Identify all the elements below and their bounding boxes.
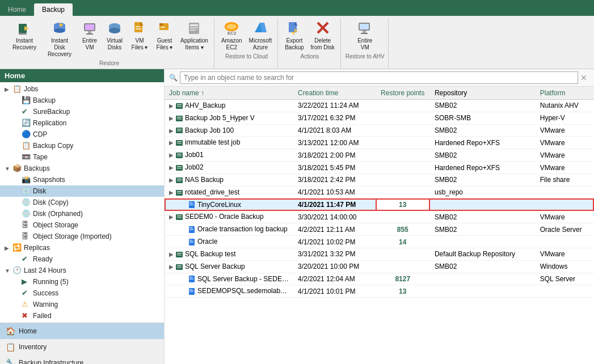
delete-from-disk-label: Deletefrom Disk xyxy=(311,37,335,51)
inventory-nav-icon: 📋 xyxy=(6,342,15,352)
sidebar-item-running[interactable]: ▶ Running (5) xyxy=(0,276,164,287)
svg-rect-75 xyxy=(189,240,192,240)
table-row[interactable]: ▶Backup Job 5_Hyper V3/17/2021 6:32 PMSO… xyxy=(165,112,594,124)
table-row[interactable]: ▶SEDEM0 - Oracle Backup3/30/2021 14:00:0… xyxy=(165,211,594,223)
col-header-platform[interactable]: Platform xyxy=(536,87,594,100)
table-row[interactable]: SQL Server Backup - SEDEMOPSQL.sede...4/… xyxy=(165,273,594,285)
svg-rect-24 xyxy=(190,29,196,31)
table-cell-restore-points xyxy=(376,260,430,273)
bottom-nav-backup-infra[interactable]: 🔧 Backup Infrastructure xyxy=(0,355,164,364)
backups-expand-arrow: ▼ xyxy=(5,166,10,172)
sidebar-item-replicas[interactable]: ▶ 🔁 Replicas xyxy=(0,242,164,253)
sidebar-item-cdp[interactable]: 🔵 CDP xyxy=(0,129,164,140)
sidebar-label-surebackup: SureBackup xyxy=(33,108,70,116)
svg-rect-68 xyxy=(177,215,182,217)
sidebar-item-success[interactable]: ✔ Success xyxy=(0,287,164,299)
col-header-jobname[interactable]: Job name ↑ xyxy=(165,87,293,100)
col-header-repo[interactable]: Repository xyxy=(430,87,536,100)
entire-vm-restore-button[interactable]: EntireVM xyxy=(78,18,101,52)
svg-rect-85 xyxy=(189,277,192,277)
sidebar-item-backup[interactable]: 💾 Backup xyxy=(0,95,164,106)
table-row[interactable]: ▶rotated_drive_test4/1/2021 10:53 AMusb_… xyxy=(165,186,594,198)
svg-rect-79 xyxy=(177,253,182,254)
sidebar-item-failed[interactable]: ✖ Failed xyxy=(0,310,164,321)
table-row[interactable]: ▶Job023/18/2021 5:45 PMHardened Repo+XFS… xyxy=(165,162,594,174)
table-row[interactable]: SEDEMOPSQL.sedemolab.local4/1/2021 10:01… xyxy=(165,285,594,298)
sidebar-item-snapshots[interactable]: 📸 Snapshots xyxy=(0,174,164,185)
sidebar-item-warning[interactable]: ⚠ Warning xyxy=(0,299,164,310)
sidebar: Home ▶ 📋 Jobs 💾 Backup ✔ SureBackup 🔄 xyxy=(0,69,165,364)
table-cell-restore-points xyxy=(376,162,430,174)
svg-rect-77 xyxy=(189,242,193,243)
col-header-creation[interactable]: Creation time xyxy=(293,87,376,100)
svg-point-26 xyxy=(226,24,237,29)
svg-rect-44 xyxy=(177,118,182,120)
instant-disk-recovery-button[interactable]: Instant DiskRecovery xyxy=(43,18,76,59)
vm-files-button[interactable]: VMFiles ▾ xyxy=(128,18,151,52)
col-header-restore[interactable]: Restore points xyxy=(376,87,430,100)
sidebar-item-disk[interactable]: 💿 Disk xyxy=(0,185,164,197)
sidebar-item-last24h[interactable]: ▼ 🕐 Last 24 Hours xyxy=(0,265,164,276)
restore-buttons: Instant Recovery Instant DiskRecovery En… xyxy=(8,18,210,59)
home-nav-icon: 🏠 xyxy=(6,327,15,336)
instant-recovery-button[interactable]: Instant Recovery xyxy=(8,18,41,52)
delete-from-disk-button[interactable]: Deletefrom Disk xyxy=(309,18,337,52)
instant-disk-icon xyxy=(50,19,69,37)
search-clear-button[interactable]: ✕ xyxy=(578,73,589,82)
instant-recovery-icon xyxy=(15,19,33,37)
table-row[interactable]: ▶NAS Backup3/18/2021 2:42 PMSMB02File sh… xyxy=(165,173,594,186)
table-cell-jobname: ▶Job02 xyxy=(165,162,293,174)
table-cell-restore-points xyxy=(376,149,430,162)
sidebar-item-object-storage[interactable]: 🗄 Object Storage xyxy=(0,219,164,231)
svg-rect-90 xyxy=(189,290,193,291)
entire-vm-ahv-button[interactable]: EntireVM xyxy=(353,18,376,52)
sidebar-item-backups[interactable]: ▼ 📦 Backups xyxy=(0,163,164,174)
microsoft-azure-button[interactable]: MicrosoftAzure xyxy=(247,18,275,52)
virtual-disks-button[interactable]: VirtualDisks xyxy=(103,18,126,52)
search-input[interactable] xyxy=(180,71,578,84)
ribbon-group-ahv: EntireVM Restore to AHV xyxy=(342,18,389,69)
tab-home[interactable]: Home xyxy=(0,3,34,16)
row-expand-arrow: ▶ xyxy=(169,115,174,121)
table-row[interactable]: Oracle transaction log backup4/2/2021 12… xyxy=(165,223,594,236)
sidebar-item-backup-copy[interactable]: 📋 Backup Copy xyxy=(0,140,164,151)
sidebar-item-tape[interactable]: 📼 Tape xyxy=(0,151,164,163)
table-cell-platform: VMware xyxy=(536,211,594,223)
sidebar-item-replication[interactable]: 🔄 Replication xyxy=(0,117,164,129)
table-row[interactable]: ▶AHV_Backup3/22/2021 11:24 AMSMB02Nutani… xyxy=(165,100,594,112)
table-row[interactable]: Oracle4/1/2021 10:02 PM14 xyxy=(165,236,594,248)
sidebar-section-jobs: ▶ 📋 Jobs 💾 Backup ✔ SureBackup 🔄 Replica… xyxy=(0,82,164,323)
guest-files-button[interactable]: GuestFiles ▾ xyxy=(153,18,176,52)
surebackup-icon: ✔ xyxy=(22,107,31,116)
sidebar-item-disk-copy[interactable]: 💿 Disk (Copy) xyxy=(0,197,164,208)
success-icon: ✔ xyxy=(22,289,31,298)
table-row[interactable]: ▶immutable test job3/13/2021 12:00 AMHar… xyxy=(165,137,594,149)
table-cell-jobname: ▶rotated_drive_test xyxy=(165,186,293,198)
table-cell-restore-points xyxy=(376,112,430,124)
amazon-ec2-button[interactable]: EC2 AmazonEC2 xyxy=(219,18,245,52)
sidebar-item-object-storage-imported[interactable]: 🗄 Object Storage (Imported) xyxy=(0,231,164,242)
svg-rect-80 xyxy=(177,255,182,256)
bottom-nav-inventory[interactable]: 📋 Inventory xyxy=(0,339,164,355)
failed-icon: ✖ xyxy=(22,311,31,320)
table-row[interactable]: ▶Backup Job 1004/1/2021 8:03 AMSMB02VMwa… xyxy=(165,124,594,137)
table-row[interactable]: ▶Job013/18/2021 2:00 PMSMB02VMware xyxy=(165,149,594,162)
sidebar-label-replicas: Replicas xyxy=(24,244,50,252)
sidebar-item-jobs[interactable]: ▶ 📋 Jobs xyxy=(0,83,164,95)
table-cell-repository: SMB02 xyxy=(430,211,536,223)
sidebar-item-surebackup[interactable]: ✔ SureBackup xyxy=(0,106,164,117)
export-backup-button[interactable]: ExportBackup xyxy=(283,18,306,52)
tab-backup[interactable]: Backup xyxy=(34,3,73,16)
sidebar-item-disk-orphaned[interactable]: 💿 Disk (Orphaned) xyxy=(0,208,164,219)
table-row[interactable]: ▶SQL Backup test3/31/2021 3:32 PMDefault… xyxy=(165,248,594,260)
sidebar-item-ready[interactable]: ✔ Ready xyxy=(0,253,164,265)
backup-copy-icon: 📋 xyxy=(22,141,31,150)
table-row[interactable]: TinyCoreLinux4/1/2021 11:47 PM13 xyxy=(165,198,594,211)
table-row[interactable]: ▶SQL Server Backup3/20/2021 10:00 PMSMB0… xyxy=(165,260,594,273)
application-items-button[interactable]: ApplicationItems ▾ xyxy=(178,18,210,52)
snapshots-icon: 📸 xyxy=(22,175,31,184)
table-cell-jobname: ▶SQL Backup test xyxy=(165,248,293,260)
svg-text:EC2: EC2 xyxy=(228,31,237,36)
sidebar-label-disk: Disk xyxy=(33,187,46,195)
bottom-nav-home[interactable]: 🏠 Home xyxy=(0,323,164,339)
